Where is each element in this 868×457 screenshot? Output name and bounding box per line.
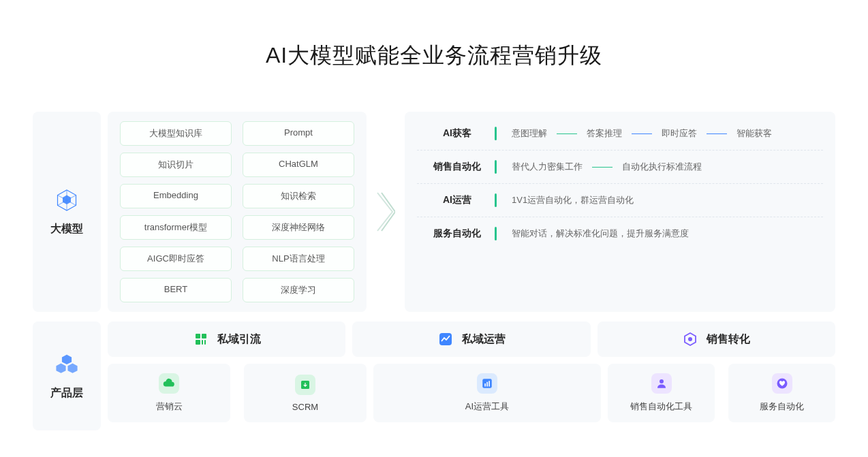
category-icon xyxy=(437,331,454,347)
product-card: 销售自动化工具 xyxy=(608,364,715,422)
sidebar-model-label: 大模型 xyxy=(50,222,83,236)
category-title: 私域运营 xyxy=(462,332,506,347)
capability-title: 销售自动化 xyxy=(420,161,495,173)
cube-icon xyxy=(55,188,79,212)
svg-rect-1 xyxy=(202,334,206,338)
capability-item: 1V1运营自动化，群运营自动化 xyxy=(512,194,634,206)
connector-line-icon xyxy=(707,133,727,134)
sidebar-product: 产品层 xyxy=(33,321,101,430)
tech-tag: 深度学习 xyxy=(243,278,354,302)
capability-item: 智能对话，解决标准化问题，提升服务满意度 xyxy=(512,227,689,240)
tech-tag: CHatGLM xyxy=(243,153,354,177)
product-card: AI运营工具 xyxy=(373,364,601,422)
category-panel: 私域运营 xyxy=(352,321,590,357)
vertical-divider-icon xyxy=(495,227,497,240)
svg-point-6 xyxy=(688,337,692,341)
vertical-divider-icon xyxy=(495,193,497,207)
tech-tag: AIGC即时应答 xyxy=(120,247,232,271)
page-title: AI大模型赋能全业务流程营销升级 xyxy=(33,41,835,71)
chart-icon xyxy=(477,373,497,394)
tech-tag: NLP语言处理 xyxy=(243,247,354,271)
category-title: 私域引流 xyxy=(217,332,261,347)
product-card: 服务自动化 xyxy=(728,364,835,422)
boxes-icon xyxy=(55,352,79,377)
capability-row: AI运营1V1运营自动化，群运营自动化 xyxy=(417,184,823,217)
category-title: 销售转化 xyxy=(707,332,750,347)
cloud-icon xyxy=(159,373,179,394)
category-icon xyxy=(193,331,209,347)
svg-rect-0 xyxy=(196,334,200,338)
tech-tag: transformer模型 xyxy=(120,215,232,240)
connector-line-icon xyxy=(557,133,577,134)
capability-title: AI获客 xyxy=(420,127,495,140)
svg-rect-4 xyxy=(204,340,206,345)
product-label: SCRM xyxy=(292,402,318,412)
category-icon xyxy=(682,331,698,347)
sidebar-product-label: 产品层 xyxy=(50,386,83,400)
product-group: 销售自动化工具服务自动化 xyxy=(608,364,835,422)
svg-rect-9 xyxy=(484,383,486,387)
product-group: AI运营工具 xyxy=(373,364,601,422)
vertical-divider-icon xyxy=(495,127,497,140)
capabilities-panel: AI获客意图理解答案推理即时应答智能获客销售自动化替代人力密集工作自动化执行标准… xyxy=(405,112,835,312)
capability-body: 智能对话，解决标准化问题，提升服务满意度 xyxy=(512,227,820,240)
product-card: 营销云 xyxy=(108,364,230,422)
product-label: 营销云 xyxy=(156,400,183,413)
tech-tag: 知识切片 xyxy=(120,153,232,177)
capability-body: 意图理解答案推理即时应答智能获客 xyxy=(512,127,820,140)
capability-body: 替代人力密集工作自动化执行标准流程 xyxy=(512,161,820,173)
product-card: SCRM xyxy=(244,364,367,422)
capability-row: 销售自动化替代人力密集工作自动化执行标准流程 xyxy=(417,151,823,184)
capability-body: 1V1运营自动化，群运营自动化 xyxy=(512,194,820,206)
category-panel: 销售转化 xyxy=(598,321,835,357)
model-row: 大模型 大模型知识库Prompt知识切片CHatGLMEmbedding知识检索… xyxy=(33,112,835,312)
tech-tags-panel: 大模型知识库Prompt知识切片CHatGLMEmbedding知识检索tran… xyxy=(108,112,367,312)
capability-item: 智能获客 xyxy=(737,127,772,140)
download-icon xyxy=(295,375,315,395)
product-row: 产品层 私域引流私域运营销售转化 营销云SCRMAI运营工具销售自动化工具服务自… xyxy=(33,321,835,430)
category-panel: 私域引流 xyxy=(108,321,345,357)
capability-title: AI运营 xyxy=(420,194,495,206)
connector-line-icon xyxy=(592,167,613,168)
product-label: 销售自动化工具 xyxy=(630,400,692,413)
heart-icon xyxy=(772,373,792,394)
svg-rect-2 xyxy=(196,340,200,345)
svg-rect-11 xyxy=(489,381,490,386)
capability-item: 自动化执行标准流程 xyxy=(622,161,702,173)
tech-tag: 大模型知识库 xyxy=(120,121,232,146)
product-label: 服务自动化 xyxy=(760,400,804,413)
person-icon xyxy=(651,373,672,394)
capability-row: AI获客意图理解答案推理即时应答智能获客 xyxy=(417,117,823,151)
capability-item: 替代人力密集工作 xyxy=(512,161,583,173)
capability-row: 服务自动化智能对话，解决标准化问题，提升服务满意度 xyxy=(417,217,823,250)
tech-tag: BERT xyxy=(120,278,232,302)
capability-title: 服务自动化 xyxy=(420,227,495,240)
connector-line-icon xyxy=(632,133,652,134)
sidebar-model: 大模型 xyxy=(33,112,101,312)
capability-item: 答案推理 xyxy=(587,127,622,140)
tech-tag: 知识检索 xyxy=(243,184,354,208)
capability-item: 即时应答 xyxy=(662,127,697,140)
svg-rect-3 xyxy=(202,340,203,345)
tech-tag: 深度神经网络 xyxy=(243,215,354,240)
tech-tag: Embedding xyxy=(120,184,232,208)
product-label: AI运营工具 xyxy=(465,400,509,413)
capability-item: 意图理解 xyxy=(512,127,547,140)
arrow-icon xyxy=(373,112,398,312)
product-group: 营销云SCRM xyxy=(108,364,367,422)
svg-point-12 xyxy=(660,379,664,383)
tech-tag: Prompt xyxy=(243,121,354,146)
vertical-divider-icon xyxy=(495,160,497,174)
svg-rect-10 xyxy=(486,382,488,387)
